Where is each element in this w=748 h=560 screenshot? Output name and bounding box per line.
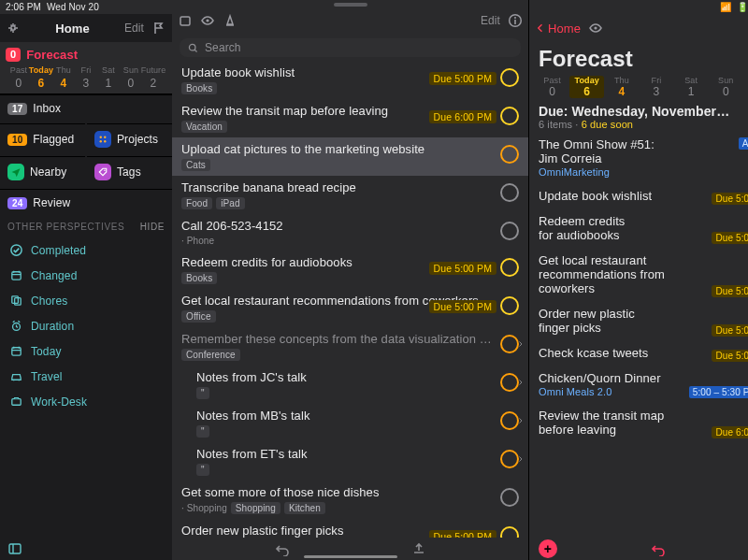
- chevron-right-icon[interactable]: [517, 340, 525, 348]
- search-input[interactable]: Search: [180, 38, 521, 57]
- forecast-bottom: +: [529, 538, 748, 560]
- chevron-right-icon[interactable]: [517, 417, 525, 424]
- view-icon[interactable]: [200, 13, 215, 28]
- task-checkbox[interactable]: [500, 145, 519, 164]
- task-checkbox[interactable]: [500, 107, 519, 125]
- task-checkbox[interactable]: [500, 68, 519, 87]
- review-count: 24: [7, 197, 27, 209]
- task-row[interactable]: Transcribe banana bread recipe FoodiPad: [172, 176, 528, 214]
- pin-icon[interactable]: [151, 21, 166, 36]
- forecast-task[interactable]: Redeem creditsfor audiobooks Due 5:00 PM: [529, 208, 748, 248]
- perspective-work-desk[interactable]: Work-Desk: [0, 389, 172, 414]
- outline-icon[interactable]: [178, 13, 193, 28]
- forecast-tile[interactable]: 0 Forecast Past 0 Today 6 Thu 4 Fri 3 Sa…: [0, 42, 172, 94]
- nav-nearby[interactable]: Nearby: [0, 156, 85, 187]
- forecast-day[interactable]: Today 6: [30, 65, 52, 90]
- sidebar-toolbar: Home Edit: [0, 14, 172, 42]
- forecast-day[interactable]: Future2: [743, 76, 748, 98]
- chevron-right-icon[interactable]: [517, 455, 525, 463]
- chevron-right-icon[interactable]: [517, 379, 525, 386]
- undo-icon[interactable]: [651, 541, 666, 556]
- status-bar: 2:06 PM Wed Nov 20: [0, 0, 172, 14]
- tasklist-edit-button[interactable]: Edit: [481, 14, 500, 27]
- status-date: Wed Nov 20: [47, 2, 99, 12]
- sidebar-edit-button[interactable]: Edit: [124, 22, 144, 35]
- forecast-day[interactable]: Future 2: [142, 65, 165, 90]
- task-checkbox[interactable]: [500, 411, 519, 430]
- due-chip: Due 5:00 PM: [712, 324, 748, 337]
- task-checkbox[interactable]: [500, 526, 519, 538]
- forecast-task[interactable]: The Omni Show #51:Jim Correia OmniMarket…: [529, 132, 748, 183]
- task-checkbox[interactable]: [500, 335, 519, 353]
- forecast-task[interactable]: Check kcase tweets Due 5:00 PM: [529, 340, 748, 366]
- hide-button[interactable]: HIDE: [140, 222, 165, 232]
- task-row[interactable]: Get local restaurant recommendations fro…: [172, 289, 528, 327]
- view-options-icon[interactable]: [588, 21, 603, 36]
- nav-inbox[interactable]: 17 Inbox: [0, 94, 172, 122]
- perspective-completed[interactable]: Completed: [0, 237, 172, 263]
- task-checkbox[interactable]: [500, 183, 519, 202]
- forecast-day[interactable]: Fri 3: [75, 65, 97, 90]
- task-row[interactable]: Update book wishlist Books Due 5:00 PM: [172, 61, 528, 99]
- perspective-changed[interactable]: Changed: [0, 263, 172, 288]
- home-indicator[interactable]: [304, 555, 397, 558]
- task-row[interactable]: Get some more of those nice dishes · Sho…: [172, 481, 528, 519]
- task-checkbox[interactable]: [500, 222, 519, 240]
- nav-review[interactable]: 24 Review: [0, 189, 172, 216]
- due-chip: Due 6:00 PM: [429, 110, 496, 123]
- nav-tags[interactable]: Tags: [87, 156, 172, 187]
- forecast-task[interactable]: Review the transit mapbefore leaving Due…: [529, 403, 748, 442]
- sidebar-panel-icon[interactable]: [7, 541, 22, 556]
- task-checkbox[interactable]: [500, 296, 519, 315]
- task-row[interactable]: Remember these concepts from the data vi…: [172, 327, 528, 366]
- task-checkbox[interactable]: [500, 488, 519, 507]
- forecast-day[interactable]: Thu4: [604, 76, 639, 98]
- tasklist-panel: Edit Search Update book wishlist Books D…: [172, 0, 528, 560]
- forecast-day[interactable]: Sun 0: [120, 65, 142, 90]
- perspective-travel[interactable]: Travel: [0, 364, 172, 389]
- task-checkbox[interactable]: [500, 373, 519, 392]
- share-icon[interactable]: [411, 541, 426, 556]
- perspective-chores[interactable]: Chores: [0, 288, 172, 313]
- forecast-day[interactable]: Sun0: [709, 76, 743, 98]
- due-chip: Due 5:00 PM: [712, 285, 748, 297]
- forecast-task[interactable]: Chicken/Quorn Dinner Omni Meals 2.0 5:00…: [529, 366, 748, 403]
- task-row[interactable]: Notes from JC's talk ": [172, 366, 528, 404]
- task-checkbox[interactable]: [500, 258, 519, 277]
- projects-icon: [94, 131, 111, 148]
- forecast-task[interactable]: Get local restaurantrecommendations from…: [529, 248, 748, 301]
- forecast-day[interactable]: Sat1: [674, 76, 709, 98]
- task-checkbox[interactable]: [500, 450, 519, 468]
- due-header[interactable]: Due: Wednesday, November… 6 items · 6 du…: [529, 98, 748, 132]
- tasklist-toolbar: Edit: [172, 7, 528, 35]
- case-icon: [9, 395, 23, 409]
- forecast-day[interactable]: Thu 4: [52, 65, 75, 90]
- forecast-task[interactable]: Order new plasticfinger picks Due 5:00 P…: [529, 301, 748, 340]
- cleanup-icon[interactable]: [223, 13, 237, 28]
- back-button[interactable]: Home: [535, 22, 581, 36]
- nearby-icon: [7, 164, 24, 180]
- task-row[interactable]: Order new plastic finger picks Shopping …: [172, 519, 528, 538]
- info-icon[interactable]: [508, 13, 523, 28]
- forecast-day[interactable]: Today6: [569, 76, 604, 98]
- task-row[interactable]: Notes from ET's talk ": [172, 442, 528, 481]
- perspective-duration[interactable]: Duration: [0, 313, 172, 338]
- forecast-day[interactable]: Sat 1: [97, 65, 120, 90]
- forecast-day[interactable]: Past 0: [7, 65, 30, 90]
- forecast-day[interactable]: Fri3: [639, 76, 673, 98]
- task-row[interactable]: Call 206-523-4152 · Phone: [172, 214, 528, 251]
- undo-icon[interactable]: [275, 541, 290, 556]
- task-row[interactable]: Redeem credits for audiobooks Books Due …: [172, 251, 528, 289]
- nav-flagged[interactable]: 10 Flagged: [0, 123, 85, 154]
- forecast-task[interactable]: Update book wishlist Due 5:00 PM: [529, 183, 748, 208]
- forecast-day[interactable]: Past0: [535, 76, 569, 98]
- task-row[interactable]: Notes from MB's talk ": [172, 404, 528, 442]
- nav-projects[interactable]: Projects: [87, 123, 172, 154]
- other-perspectives-header: OTHER PERSPECTIVES HIDE: [0, 216, 172, 237]
- add-task-button[interactable]: +: [539, 539, 557, 558]
- perspective-today[interactable]: Today: [0, 338, 172, 364]
- task-row[interactable]: Review the transit map before leaving Va…: [172, 99, 528, 137]
- settings-icon[interactable]: [6, 21, 21, 36]
- forecast-tile-label: Forecast: [26, 48, 78, 62]
- task-row[interactable]: Upload cat pictures to the marketing web…: [172, 137, 528, 176]
